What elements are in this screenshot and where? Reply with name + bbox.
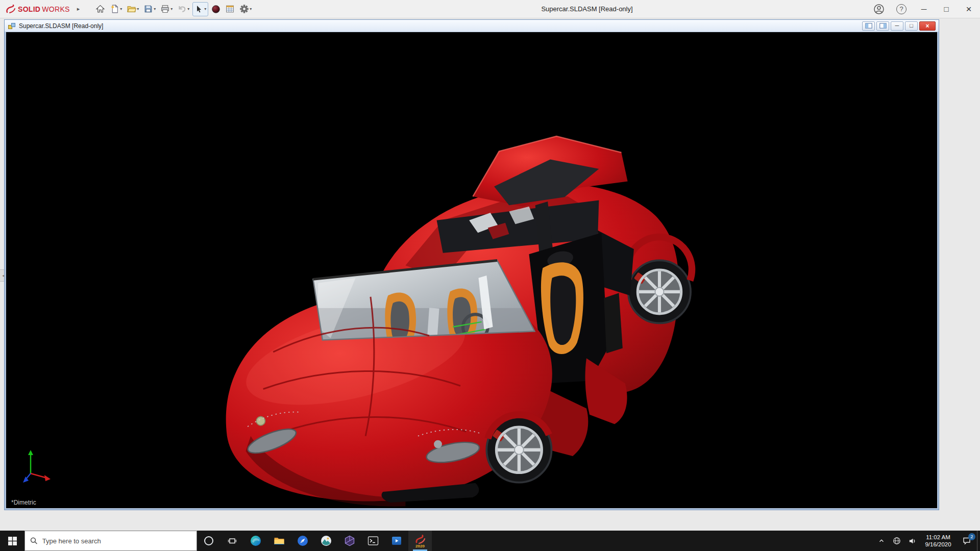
taskbar-search[interactable] (24, 531, 197, 551)
quick-access-toolbar: ▾ ▾ ▾ (94, 2, 253, 16)
window-title: Supercar.SLDASM [Read-only] (541, 0, 632, 18)
taskbar: 2020 (0, 531, 980, 551)
print-button[interactable]: ▾ (159, 2, 174, 16)
clock-time: 11:02 AM (920, 534, 957, 541)
print-dropdown-arrow[interactable]: ▾ (170, 7, 173, 11)
file-explorer-button[interactable] (267, 531, 291, 551)
options-button[interactable]: ▾ (238, 2, 253, 16)
browser-compass-button[interactable] (291, 531, 314, 551)
show-desktop-button[interactable] (977, 531, 980, 551)
split-pane-left-icon (865, 23, 872, 29)
network-button[interactable] (889, 531, 904, 551)
help-icon: ? (896, 4, 906, 14)
ds-logo-icon (5, 5, 16, 14)
minimize-button[interactable]: ─ (913, 0, 935, 18)
photos-icon (320, 535, 332, 547)
appearance-sphere-button[interactable] (210, 2, 222, 16)
close-button[interactable]: × (958, 0, 980, 18)
doc-close-button[interactable]: × (919, 21, 936, 31)
document-title: Supercar.SLDASM [Read-only] (19, 22, 103, 30)
tray-overflow-button[interactable] (874, 531, 889, 551)
taskbar-clock[interactable]: 11:02 AM 9/16/2020 (920, 534, 957, 548)
sphere-icon (211, 5, 220, 14)
print-icon (160, 4, 170, 14)
supercar-3d-model[interactable] (6, 32, 937, 508)
solidworks-year-badge: 2020 (415, 543, 425, 548)
notification-badge: 2 (968, 533, 975, 540)
account-button[interactable] (868, 0, 890, 18)
edge-icon (250, 535, 262, 547)
toolbar-flyout-arrow[interactable]: ▸ (77, 6, 80, 12)
new-dropdown-arrow[interactable]: ▾ (120, 7, 122, 11)
document-window: Supercar.SLDASM [Read-only] (4, 19, 939, 510)
select-tool-button[interactable]: ▾ (192, 2, 208, 16)
clock-date: 9/16/2020 (920, 541, 957, 548)
new-document-button[interactable]: ▾ (108, 2, 124, 16)
doc-restore-button[interactable]: □ (905, 21, 918, 31)
maximize-button[interactable]: □ (935, 0, 958, 18)
volume-button[interactable] (904, 531, 920, 551)
design-table-button[interactable] (224, 2, 236, 16)
cube-3d-icon (344, 535, 356, 547)
command-prompt-icon (367, 535, 379, 547)
viewer-3d-button[interactable] (338, 531, 361, 551)
solidworks-app-icon: 2020 (413, 534, 427, 548)
help-button[interactable]: ? (890, 0, 913, 18)
doc-minimize-button[interactable]: ─ (891, 21, 903, 31)
assembly-icon (8, 22, 16, 30)
solidworks-taskbar-button[interactable]: 2020 (408, 531, 432, 551)
orientation-triad (19, 448, 52, 485)
gear-icon (239, 4, 249, 14)
solidworks-logo: SOLIDWORKS (5, 5, 70, 14)
task-view-button[interactable] (220, 531, 244, 551)
app-titlebar: SOLIDWORKS ▸ ▾ (0, 0, 980, 18)
photos-button[interactable] (314, 531, 338, 551)
command-prompt-button[interactable] (361, 531, 385, 551)
rear-wheel[interactable] (628, 260, 691, 323)
start-button[interactable] (0, 531, 24, 551)
home-button[interactable] (94, 2, 107, 16)
doc-pane-right-button[interactable] (876, 21, 889, 31)
undo-icon (177, 4, 187, 14)
search-input[interactable] (42, 537, 191, 545)
account-icon (873, 4, 885, 15)
desktop: SOLIDWORKS ▸ ▾ (0, 0, 980, 551)
system-tray: 11:02 AM 9/16/2020 2 (874, 531, 980, 551)
movies-tv-button[interactable] (385, 531, 408, 551)
globe-network-icon (893, 537, 901, 545)
undo-button[interactable]: ▾ (176, 2, 191, 16)
options-dropdown-arrow[interactable]: ▾ (250, 7, 252, 11)
chevron-up-icon (878, 537, 885, 544)
graphics-viewport[interactable]: *Dimetric (6, 32, 937, 508)
edge-button[interactable] (244, 531, 267, 551)
brand-works: WORKS (42, 5, 69, 13)
compass-icon (297, 535, 309, 547)
design-table-icon (225, 4, 235, 14)
new-document-icon (110, 4, 119, 14)
open-dropdown-arrow[interactable]: ▾ (137, 7, 139, 11)
brand-solid: SOLID (18, 5, 40, 13)
save-dropdown-arrow[interactable]: ▾ (154, 7, 156, 11)
save-icon (143, 4, 153, 14)
search-icon (30, 537, 38, 545)
view-orientation-label: *Dimetric (11, 499, 36, 506)
task-view-icon (227, 536, 237, 546)
undo-dropdown-arrow[interactable]: ▾ (187, 7, 189, 11)
doc-pane-left-button[interactable] (862, 21, 875, 31)
open-button[interactable]: ▾ (125, 2, 140, 16)
cortana-button[interactable] (197, 531, 220, 551)
workspace: ◂ Supercar.SLDASM [Read-only] (0, 18, 980, 531)
movies-tv-icon (390, 535, 403, 547)
windows-logo-icon (8, 537, 17, 545)
home-icon (95, 4, 105, 14)
select-cursor-icon (194, 5, 204, 14)
select-dropdown-arrow[interactable]: ▾ (204, 7, 206, 11)
action-center-button[interactable]: 2 (957, 531, 977, 551)
window-controls: ? ─ □ × (868, 0, 980, 18)
document-titlebar[interactable]: Supercar.SLDASM [Read-only] (5, 20, 939, 32)
save-button[interactable]: ▾ (142, 2, 157, 16)
open-folder-icon (127, 4, 136, 14)
cortana-icon (203, 535, 214, 546)
file-explorer-icon (273, 535, 285, 547)
document-window-controls: ─ □ × (862, 21, 936, 31)
